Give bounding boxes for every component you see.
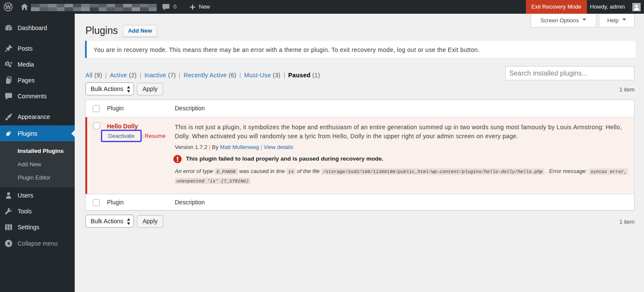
svg-text:W: W [6, 4, 11, 10]
